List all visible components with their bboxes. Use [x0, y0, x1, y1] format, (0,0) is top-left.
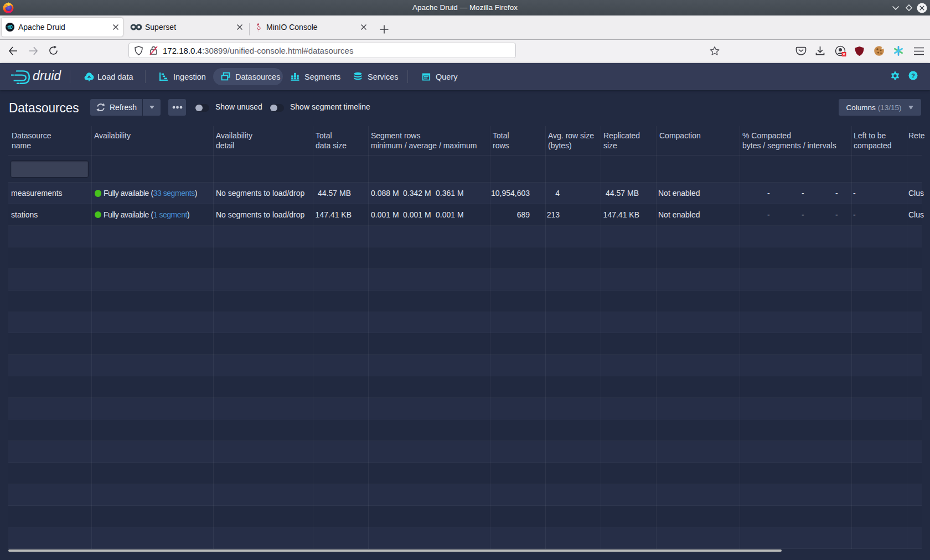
svg-text:?: ?	[911, 72, 915, 79]
